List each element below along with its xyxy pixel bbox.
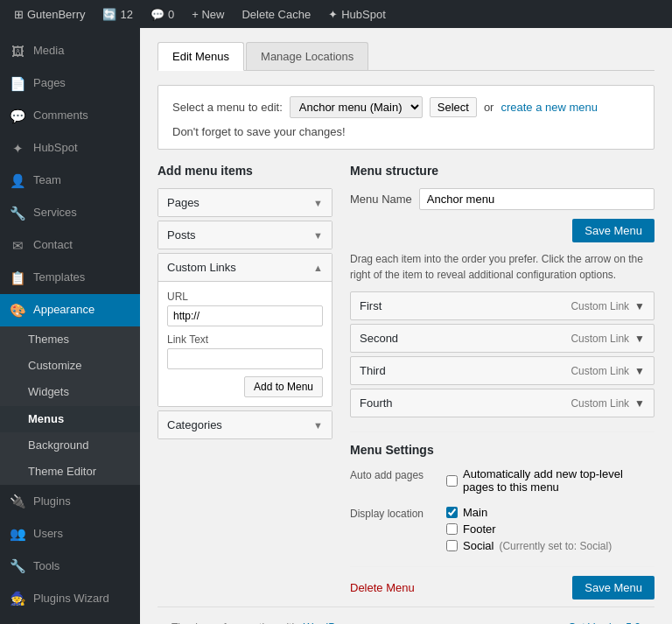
comment-icon: 💬	[150, 8, 164, 21]
sidebar: 🖼 Media 📄 Pages 💬 Comments ✦ HubSpot 👤 T…	[0, 28, 140, 624]
sidebar-item-pages[interactable]: 📄 Pages	[0, 67, 140, 100]
accordion-posts: Posts ▼	[158, 221, 332, 249]
sidebar-item-contact[interactable]: ✉ Contact	[0, 229, 140, 262]
sidebar-item-services[interactable]: 🔧 Services	[0, 197, 140, 229]
accordion-pages-header[interactable]: Pages ▼	[158, 189, 332, 216]
link-text-input[interactable]	[167, 348, 323, 369]
menu-item-second[interactable]: Second Custom Link ▼	[350, 324, 654, 353]
widgets-label: Widgets	[28, 384, 69, 400]
sidebar-item-plugins-wizard[interactable]: 🧙 Plugins Wizard	[0, 582, 140, 614]
plugins-wizard-icon: 🧙	[9, 589, 26, 607]
menu-name-input[interactable]	[419, 188, 654, 210]
url-input[interactable]	[167, 305, 323, 326]
sidebar-subitem-menus[interactable]: Menus	[0, 406, 140, 432]
accordion-categories: Categories ▼	[158, 410, 332, 439]
sidebar-subitem-themes[interactable]: Themes	[0, 326, 140, 353]
sidebar-item-label: Pages	[33, 75, 66, 91]
adminbar-comments[interactable]: 💬 0	[144, 0, 181, 28]
custom-link-type: Custom Link	[570, 397, 629, 410]
url-label: URL	[167, 291, 323, 303]
sidebar-item-plugins[interactable]: 🔌 Plugins	[0, 485, 140, 517]
adminbar-new[interactable]: + New	[185, 0, 231, 28]
menu-item-third[interactable]: Third Custom Link ▼	[350, 356, 654, 385]
create-new-menu-link[interactable]: create a new menu	[500, 101, 598, 114]
location-footer-checkbox[interactable]	[446, 523, 458, 535]
display-label: Display location	[350, 506, 438, 522]
drag-hint: Drag each item into the order you prefer…	[350, 251, 654, 283]
hubspot-sidebar-icon: ✦	[9, 139, 26, 158]
sidebar-item-team[interactable]: 👤 Team	[0, 165, 140, 197]
sidebar-subitem-theme-editor[interactable]: Theme Editor	[0, 459, 140, 485]
delete-menu-button[interactable]: Delete Menu	[350, 581, 415, 594]
users-label: Users	[33, 526, 63, 542]
sidebar-item-appearance[interactable]: 🎨 Appearance	[0, 294, 140, 326]
comments-count: 0	[168, 8, 174, 21]
location-social-checkbox[interactable]	[446, 540, 458, 551]
theme-editor-label: Theme Editor	[28, 464, 96, 480]
sidebar-subitem-customize[interactable]: Customize	[0, 353, 140, 379]
auto-add-checkbox[interactable]	[446, 475, 458, 487]
sidebar-item-tools[interactable]: 🔧 Tools	[0, 550, 140, 582]
add-to-menu-button[interactable]: Add to Menu	[244, 376, 323, 397]
chevron-down-icon[interactable]: ▼	[634, 365, 645, 377]
accordion-pages: Pages ▼	[158, 188, 332, 217]
adminbar-site[interactable]: ⊞ GutenBerry	[7, 0, 92, 28]
refresh-icon: 🔄	[102, 8, 116, 21]
auto-add-desc: Automatically add new top-level pages to…	[463, 467, 654, 494]
plugins-label: Plugins	[33, 494, 71, 509]
save-menu-button-bottom[interactable]: Save Menu	[572, 576, 654, 599]
sidebar-item-label: Contact	[33, 237, 73, 253]
menu-item-label: Fourth	[360, 396, 393, 410]
sidebar-item-templates[interactable]: 📋 Templates	[0, 262, 140, 294]
sidebar-item-label: HubSpot	[33, 140, 78, 156]
menu-item-first[interactable]: First Custom Link ▼	[350, 291, 654, 320]
adminbar-updates[interactable]: 🔄 12	[95, 0, 139, 28]
sidebar-item-comments[interactable]: 💬 Comments	[0, 100, 140, 132]
chevron-down-icon[interactable]: ▼	[634, 300, 645, 312]
save-menu-button-top[interactable]: Save Menu	[572, 219, 654, 242]
sidebar-item-label: Media	[33, 43, 64, 59]
sidebar-item-media[interactable]: 🖼 Media	[0, 35, 140, 67]
sidebar-item-users[interactable]: 👥 Users	[0, 517, 140, 550]
chevron-down-icon[interactable]: ▼	[634, 333, 645, 345]
tab-manage-locations[interactable]: Manage Locations	[246, 42, 368, 70]
menu-settings: Menu Settings Auto add pages Automatical…	[350, 431, 654, 599]
sidebar-item-demo-content[interactable]: 📦 Demo Content	[0, 614, 140, 624]
location-footer-label: Footer	[463, 522, 496, 536]
chevron-up-icon: ▲	[313, 263, 323, 273]
menu-item-fourth[interactable]: Fourth Custom Link ▼	[350, 389, 654, 417]
accordion-posts-header[interactable]: Posts ▼	[158, 221, 332, 249]
adminbar-hubspot[interactable]: ✦ HubSpot	[321, 0, 393, 28]
services-icon: 🔧	[9, 204, 26, 222]
comments-icon: 💬	[9, 107, 26, 125]
chevron-down-icon: ▼	[313, 198, 323, 208]
link-text-label: Link Text	[167, 333, 323, 346]
sidebar-item-label: Team	[33, 172, 61, 188]
sidebar-subitem-background[interactable]: Background	[0, 432, 140, 459]
chevron-down-icon: ▼	[313, 420, 323, 431]
accordion-custom-links: Custom Links ▲ URL Link Text Add to Menu	[158, 253, 332, 407]
tools-label: Tools	[33, 558, 60, 574]
auto-add-label: Auto add pages	[350, 467, 438, 483]
new-label: + New	[192, 8, 224, 21]
menu-select[interactable]: Anchor menu (Main)	[290, 96, 423, 118]
adminbar-delete-cache[interactable]: Delete Cache	[234, 0, 318, 28]
settings-title: Menu Settings	[350, 443, 654, 457]
sidebar-subitem-widgets[interactable]: Widgets	[0, 379, 140, 405]
sidebar-item-hubspot[interactable]: ✦ HubSpot	[0, 132, 140, 165]
accordion-categories-header[interactable]: Categories ▼	[158, 411, 332, 438]
select-button[interactable]: Select	[430, 97, 477, 117]
menu-item-label: Second	[360, 332, 398, 345]
updates-count: 12	[120, 8, 132, 21]
accordion-custom-links-header[interactable]: Custom Links ▲	[158, 254, 332, 281]
chevron-down-icon: ▼	[313, 230, 323, 241]
location-main-checkbox[interactable]	[446, 507, 458, 518]
plugins-icon: 🔌	[9, 492, 26, 510]
users-icon: 👥	[9, 524, 26, 543]
tab-edit-menus[interactable]: Edit Menus	[158, 42, 244, 71]
team-icon: 👤	[9, 172, 26, 190]
sidebar-item-label: Comments	[33, 108, 88, 123]
custom-link-type: Custom Link	[570, 365, 629, 377]
themes-label: Themes	[28, 332, 69, 347]
chevron-down-icon[interactable]: ▼	[634, 397, 645, 410]
